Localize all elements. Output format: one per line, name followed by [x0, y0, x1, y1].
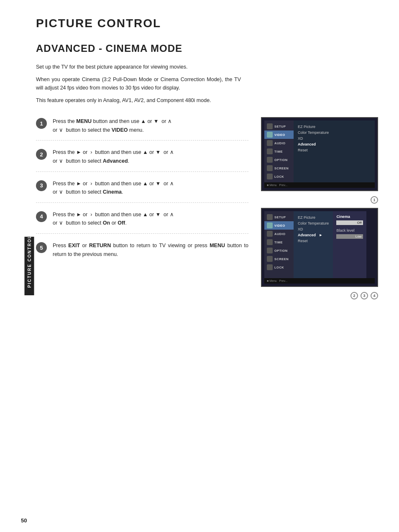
annotation-row-2: 2 3 4	[261, 292, 378, 299]
s2-color-temp: Color Temperature	[298, 220, 329, 226]
black-level-label: Black level	[336, 228, 363, 233]
screen2-menu-video: VIDEO	[264, 221, 294, 230]
screen2-submenu: EZ Picture Color Temperature XD Advanced…	[294, 211, 333, 278]
step-2: 2 Press the ► or › button and then use ▲…	[36, 148, 248, 171]
s2-audio-icon	[267, 231, 273, 237]
s2-setup-icon	[267, 214, 273, 220]
screen2-menu-setup: SETUP	[264, 213, 294, 221]
menu-item-audio: AUDIO	[264, 139, 294, 147]
screen2-menu-screen: SCREEN	[264, 255, 294, 263]
s2-time-icon	[267, 239, 273, 245]
time-icon	[267, 148, 273, 154]
s2-screen-icon	[267, 256, 273, 262]
menu-item-time: TIME	[264, 147, 294, 156]
steps-column: 1 Press the MENU button and then use ▲ o…	[36, 117, 248, 299]
option-icon	[267, 157, 273, 163]
s2-option-icon	[267, 248, 273, 253]
screen2-menu-audio: AUDIO	[264, 230, 294, 238]
s2-xd: XD	[298, 226, 329, 232]
menu-item-option: OPTION	[264, 156, 294, 164]
s2-lock-icon	[267, 264, 273, 270]
submenu-advanced: Advanced	[298, 141, 371, 147]
s2-ez-picture: EZ Picture	[298, 215, 329, 220]
black-level-value: Low	[336, 234, 363, 239]
annotation-4: 4	[371, 292, 378, 299]
submenu-reset: Reset	[298, 147, 371, 153]
menu-item-video: VIDEO	[264, 130, 294, 139]
screen-mockup-1: SETUP VIDEO AUDIO TIME	[261, 117, 378, 191]
screen-mockup-2: SETUP VIDEO AUDIO TIME	[261, 208, 378, 287]
screen-icon	[267, 165, 273, 171]
annotation-3: 3	[361, 292, 368, 299]
screen1-nav: SETUP VIDEO AUDIO TIME	[264, 120, 294, 182]
submenu-xd: XD	[298, 136, 371, 141]
menu-item-lock: LOCK	[264, 172, 294, 181]
step-circle-2: 2	[36, 149, 47, 160]
s2-video-icon	[267, 223, 273, 228]
screen2-menu-lock: LOCK	[264, 263, 294, 271]
menu-item-screen: SCREEN	[264, 164, 294, 172]
intro-para-1: Set up the TV for the best picture appea…	[36, 63, 241, 71]
screen2-submenu3: Cinema Off Black level Low	[333, 211, 366, 278]
step-circle-1: 1	[36, 118, 47, 129]
step-circle-3: 3	[36, 180, 47, 191]
section-title: ADVANCED - CINEMA MODE	[36, 43, 378, 54]
annotation-1: 1	[371, 196, 378, 204]
intro-para-3: This feature operates only in Analog, AV…	[36, 96, 241, 105]
step-1: 1 Press the MENU button and then use ▲ o…	[36, 117, 248, 141]
intro-para-2: When you operate Cinema (3:2 Pull-Down M…	[36, 75, 241, 92]
step-4-text: Press the ► or › button and then use ▲ o…	[53, 210, 174, 228]
submenu-ez-picture: EZ Picture	[298, 124, 371, 130]
step-circle-5: 5	[36, 242, 47, 253]
step-5-text: Press EXIT or RETURN button to return to…	[53, 241, 248, 258]
cinema-label: Cinema	[336, 215, 363, 219]
screen1-submenu: EZ Picture Color Temperature XD Advanced…	[294, 120, 375, 182]
menu-item-setup: SETUP	[264, 122, 294, 130]
annotation-row-1: 1	[261, 196, 378, 204]
step-1-text: Press the MENU button and then use ▲ or …	[53, 117, 172, 134]
screen1-bottom-bar: ■ Menu Prev...	[264, 182, 375, 188]
page-title: PICTURE CONTROL	[36, 17, 378, 30]
annotation-2: 2	[350, 292, 358, 299]
setup-icon	[267, 123, 273, 129]
step-3: 3 Press the ► or › button and then use ▲…	[36, 179, 248, 203]
step-4: 4 Press the ► or › button and then use ▲…	[36, 210, 248, 234]
screens-column: SETUP VIDEO AUDIO TIME	[261, 117, 378, 299]
submenu-color-temp: Color Temperature	[298, 130, 371, 136]
step-5: 5 Press EXIT or RETURN button to return …	[36, 241, 248, 264]
step-2-text: Press the ► or › button and then use ▲ o…	[53, 148, 174, 165]
audio-icon	[267, 140, 273, 146]
side-label: PICTURE CONTROL	[25, 237, 34, 295]
screen2-menu-time: TIME	[264, 238, 294, 246]
page-number: 50	[21, 517, 27, 524]
lock-icon	[267, 174, 273, 179]
screen2-nav: SETUP VIDEO AUDIO TIME	[264, 211, 294, 278]
s2-reset: Reset	[298, 238, 329, 244]
step-circle-4: 4	[36, 211, 47, 222]
screen2-menu-option: OPTION	[264, 246, 294, 255]
cinema-value: Off	[336, 220, 363, 225]
screen2-bottom-bar: ■ Menu Prev...	[264, 278, 375, 284]
video-icon	[267, 132, 273, 138]
s2-advanced: Advanced ►	[298, 232, 329, 238]
step-3-text: Press the ► or › button and then use ▲ o…	[53, 179, 174, 197]
